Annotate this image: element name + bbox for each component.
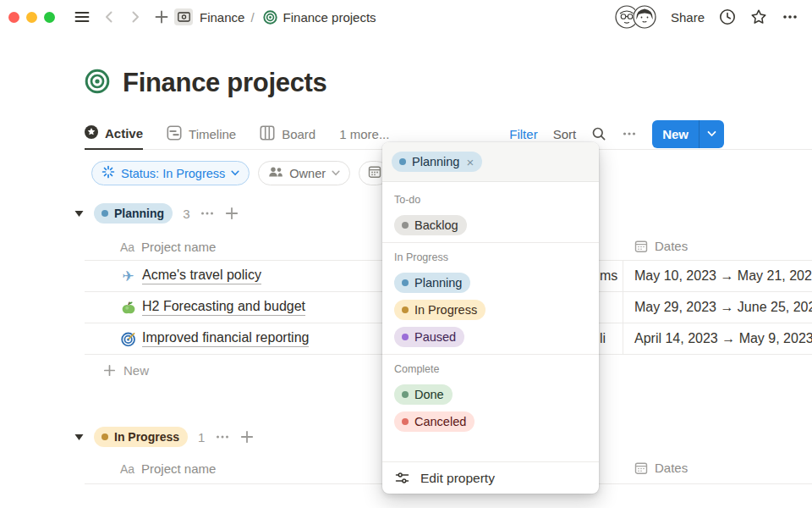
- more-options-icon[interactable]: [782, 8, 798, 25]
- row-dates-cell[interactable]: April 14, 2023 → May 9, 2023: [634, 331, 812, 346]
- new-button[interactable]: New: [652, 120, 724, 148]
- breadcrumb-parent[interactable]: Finance: [200, 10, 244, 25]
- status-option-done[interactable]: Done: [382, 384, 599, 405]
- column-header-project-name[interactable]: Project name: [141, 240, 216, 254]
- page-icon-target[interactable]: [85, 69, 110, 97]
- chevron-down-icon: [231, 170, 239, 176]
- group-count: 3: [183, 207, 189, 221]
- collapse-triangle-icon[interactable]: [74, 433, 84, 441]
- close-window-button[interactable]: [8, 12, 19, 23]
- collaborator-avatars[interactable]: [615, 5, 656, 29]
- group-options-icon[interactable]: [200, 206, 215, 221]
- edit-property-button[interactable]: Edit property: [382, 461, 599, 494]
- group-header-in-progress: In Progress 1: [74, 427, 254, 447]
- option-label: In Progress: [414, 303, 477, 317]
- dart-target-icon: [120, 331, 136, 347]
- search-icon[interactable]: [591, 126, 606, 141]
- remove-tag-icon[interactable]: ×: [466, 155, 474, 169]
- row-dates-cell[interactable]: May 29, 2023 → June 25, 2023: [634, 300, 812, 315]
- favorite-star-icon[interactable]: [750, 8, 767, 25]
- status-filter-chip[interactable]: Status: In Progress: [91, 161, 250, 185]
- chevron-down-icon: [332, 170, 340, 176]
- page-title: Finance projects: [123, 68, 327, 98]
- new-row-label: New: [123, 363, 149, 378]
- breadcrumb: Finance / Finance projects: [200, 10, 376, 25]
- column-header-dates[interactable]: Dates: [634, 239, 688, 253]
- column-divider: [623, 261, 623, 292]
- status-search-input[interactable]: Planning ×: [382, 142, 599, 182]
- minimize-window-button[interactable]: [26, 12, 37, 23]
- status-option-in-progress[interactable]: In Progress: [382, 300, 599, 320]
- tab-active-view[interactable]: Active: [85, 119, 143, 150]
- divider: [382, 354, 599, 355]
- status-option-backlog[interactable]: Backlog: [382, 215, 599, 235]
- tab-label: Active: [105, 126, 143, 141]
- collapse-triangle-icon[interactable]: [74, 210, 84, 218]
- clock-history-icon[interactable]: [719, 8, 736, 25]
- status-option-canceled[interactable]: Canceled: [382, 411, 599, 432]
- sidebar-menu-icon[interactable]: [74, 8, 91, 25]
- zoom-window-button[interactable]: [44, 12, 55, 23]
- status-option-paused[interactable]: Paused: [382, 327, 599, 347]
- status-dot: [102, 210, 108, 217]
- filter-button[interactable]: Filter: [509, 127, 537, 141]
- clipped-cell-text: ms: [600, 268, 617, 284]
- view-options-icon[interactable]: [622, 126, 637, 141]
- group-count: 1: [198, 430, 205, 444]
- tab-timeline-view[interactable]: Timeline: [167, 119, 236, 149]
- star-circle-icon: [85, 125, 98, 141]
- option-label: Done: [414, 388, 444, 401]
- status-dot: [402, 418, 409, 425]
- column-divider: [623, 323, 623, 355]
- new-button-label[interactable]: New: [652, 120, 699, 148]
- calendar-icon: [634, 240, 648, 253]
- filter-chip-bar: Status: In Progress Owner: [91, 161, 389, 185]
- owner-filter-label: Owner: [289, 167, 326, 180]
- tab-board-view[interactable]: Board: [260, 119, 315, 149]
- plus-icon: [103, 364, 116, 377]
- owner-filter-chip[interactable]: Owner: [258, 161, 350, 185]
- tab-more-views[interactable]: 1 more...: [339, 119, 389, 149]
- dates-header-label: Dates: [655, 239, 688, 253]
- text-property-icon: Aa: [120, 462, 134, 476]
- popover-section-todo: To-do: [394, 194, 587, 206]
- edit-property-label: Edit property: [420, 471, 495, 486]
- group-tag-planning[interactable]: Planning: [94, 203, 173, 224]
- group-label: In Progress: [114, 430, 179, 444]
- group-add-icon[interactable]: [240, 430, 254, 444]
- share-button[interactable]: Share: [671, 10, 705, 25]
- row-title-link[interactable]: H2 Forecasting and budget: [142, 299, 305, 316]
- text-property-icon: Aa: [120, 240, 134, 254]
- group-tag-in-progress[interactable]: In Progress: [94, 427, 188, 447]
- option-label: Paused: [414, 330, 456, 344]
- column-header-dates[interactable]: Dates: [634, 461, 688, 475]
- forward-icon[interactable]: [128, 9, 143, 25]
- group-add-icon[interactable]: [225, 207, 239, 220]
- group-header-planning: Planning 3: [74, 203, 239, 224]
- airplane-icon: ✈: [120, 268, 136, 284]
- back-icon[interactable]: [102, 9, 117, 25]
- finance-page-icon[interactable]: [174, 8, 193, 25]
- sort-button[interactable]: Sort: [553, 127, 577, 141]
- status-option-planning[interactable]: Planning: [382, 273, 599, 293]
- option-label: Backlog: [414, 218, 458, 232]
- row-title-link[interactable]: Acme's travel policy: [142, 268, 261, 284]
- group-options-icon[interactable]: [215, 429, 230, 444]
- new-button-dropdown[interactable]: [699, 120, 724, 148]
- row-dates-cell[interactable]: May 10, 2023 → May 21, 2023: [634, 268, 812, 284]
- row-title-link[interactable]: Improved financial reporting: [142, 330, 309, 347]
- status-dot: [402, 334, 409, 340]
- group-label: Planning: [114, 207, 164, 220]
- selected-tag-planning[interactable]: Planning ×: [392, 152, 482, 172]
- dates-header-label: Dates: [655, 461, 688, 475]
- sliders-icon: [395, 471, 409, 485]
- calendar-icon: [634, 461, 648, 475]
- new-page-icon[interactable]: [154, 9, 169, 25]
- status-filter-popover: Planning × To-do Backlog In Progress Pla…: [382, 142, 599, 494]
- green-apple-icon: [120, 300, 136, 316]
- column-divider: [623, 292, 623, 323]
- notion-window: Finance / Finance projects Share: [0, 0, 812, 508]
- traffic-lights: [8, 12, 55, 23]
- column-header-project-name[interactable]: Project name: [141, 461, 216, 476]
- breadcrumb-current[interactable]: Finance projects: [283, 10, 376, 25]
